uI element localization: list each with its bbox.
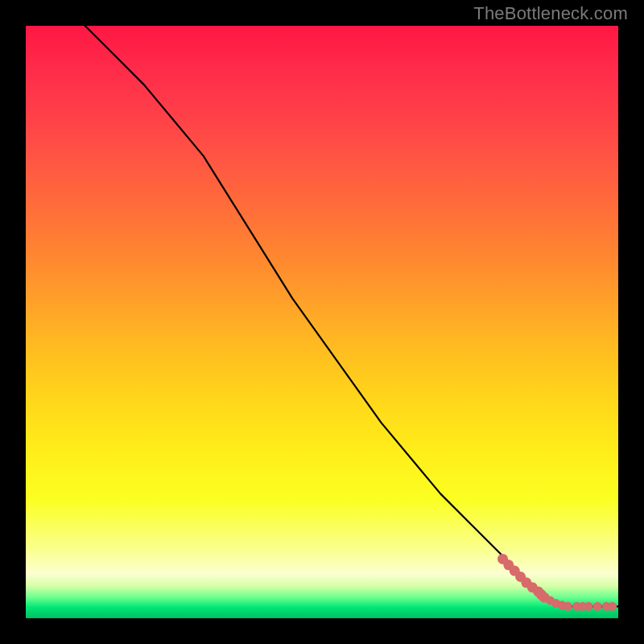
chart-container: TheBottleneck.com [0, 0, 644, 644]
overlay-svg [26, 26, 618, 618]
highlight-dot [608, 602, 617, 611]
highlight-dot [593, 602, 602, 611]
watermark-label: TheBottleneck.com [473, 3, 628, 24]
highlight-dots [497, 554, 617, 611]
bottleneck-curve [85, 26, 618, 606]
plot-area [26, 26, 618, 618]
highlight-dot [564, 602, 572, 611]
highlight-dot [584, 602, 593, 611]
